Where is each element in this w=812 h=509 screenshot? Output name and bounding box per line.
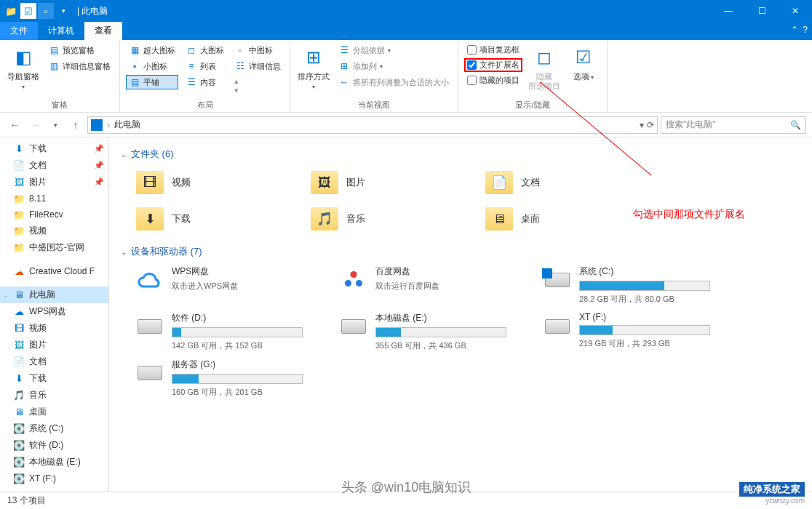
recent-button[interactable]: ▾	[47, 116, 64, 134]
drive-bar	[579, 281, 710, 291]
tab-view[interactable]: 查看	[84, 22, 122, 40]
view-content[interactable]: ☰内容	[183, 75, 227, 89]
folder-icon: 🎵	[310, 204, 339, 233]
watermark-logo: 纯净系统之家 ycwnzy.com	[739, 482, 805, 505]
sidebar-item[interactable]: ⌄🖥此电脑	[0, 286, 108, 303]
sidebar-item[interactable]: 📄文档	[0, 353, 108, 370]
folder-item[interactable]: 🖥桌面	[485, 204, 630, 233]
view-small[interactable]: ▪小图标	[126, 59, 178, 73]
folder-item[interactable]: 🎵音乐	[310, 204, 455, 233]
folders-header[interactable]: ⌄ 文件夹 (6)	[121, 148, 800, 161]
drive-name: 服务器 (G:)	[172, 358, 310, 371]
sidebar-item[interactable]: 🖼图片	[0, 337, 108, 353]
drive-item[interactable]: 软件 (D:)142 GB 可用，共 152 GB	[135, 312, 310, 351]
sidebar-item[interactable]: 🎵音乐	[0, 387, 108, 404]
drives-header[interactable]: ⌄ 设备和驱动器 (7)	[121, 245, 800, 258]
minimize-button[interactable]: —	[712, 0, 745, 22]
view-list[interactable]: ≡列表	[183, 59, 227, 73]
cloud-drive-item[interactable]: 百度网盘双击运行百度网盘	[339, 265, 514, 305]
nav-pane-icon: ◧	[12, 46, 35, 69]
folder-item[interactable]: 🖼图片	[310, 168, 455, 197]
qat-new-icon[interactable]: ▫	[38, 3, 54, 19]
view-more[interactable]: ▴▾	[231, 75, 284, 97]
ribbon-collapse-icon[interactable]: ⌃	[791, 25, 798, 35]
tab-computer[interactable]: 计算机	[38, 22, 84, 40]
group-by-button[interactable]: ☰分组依据 ▾	[335, 43, 452, 57]
close-button[interactable]: ✕	[779, 0, 812, 22]
sidebar-item-label: Creative Cloud F	[29, 266, 95, 276]
sidebar-item-icon: 🖼	[13, 340, 25, 351]
sidebar-item[interactable]: ☁WPS网盘	[0, 303, 108, 320]
refresh-icon[interactable]: ⟳	[647, 120, 654, 130]
qat-dropdown-icon[interactable]: ▾	[55, 3, 71, 19]
hide-selected-button[interactable]: ◻ 隐藏 所选项目	[527, 43, 562, 94]
chk-item-boxes[interactable]: 项目复选框	[464, 43, 522, 57]
drive-item[interactable]: 本地磁盘 (E:)355 GB 可用，共 436 GB	[339, 312, 514, 351]
back-button[interactable]: ←	[6, 116, 23, 134]
search-input[interactable]: 搜索"此电脑" 🔍	[661, 116, 806, 134]
view-large[interactable]: ◻大图标	[183, 43, 227, 57]
drive-item[interactable]: XT (F:)219 GB 可用，共 293 GB	[543, 312, 717, 351]
view-tiles[interactable]: ▤平铺	[126, 75, 178, 89]
sidebar-item-icon: 📁	[13, 225, 25, 237]
chk-hidden-items[interactable]: 隐藏的项目	[464, 73, 522, 87]
sidebar-item[interactable]: ⬇下载📌	[0, 140, 108, 157]
breadcrumb[interactable]: 此电脑	[114, 119, 140, 131]
sidebar-item[interactable]: 📁中盛国芯-官网	[0, 239, 108, 256]
sidebar-item[interactable]: 🎞视频	[0, 320, 108, 337]
drive-item[interactable]: 系统 (C:)28.2 GB 可用，共 80.0 GB	[543, 265, 717, 305]
cloud-drive-item[interactable]: WPS网盘双击进入WPS网盘	[135, 265, 310, 305]
main-content: ⌄ 文件夹 (6) 🎞视频🖼图片📄文档⬇下载🎵音乐🖥桌面 ⌄ 设备和驱动器 (7…	[109, 137, 812, 492]
qat-properties-icon[interactable]: ☑	[20, 3, 36, 19]
drive-name: 系统 (C:)	[579, 265, 717, 278]
sidebar-item-label: 图片	[29, 339, 47, 351]
up-button[interactable]: ↑	[67, 116, 84, 134]
options-button[interactable]: ☑ 选项 ▾	[566, 43, 601, 84]
folder-item[interactable]: 📄文档	[485, 168, 630, 197]
nav-pane-button[interactable]: ◧ 导航窗格 ▾	[6, 43, 41, 94]
sidebar-item[interactable]: 💽系统 (C:)	[0, 420, 108, 437]
sidebar-item-label: 文档	[29, 356, 47, 368]
sidebar-item-icon: 📁	[13, 209, 25, 220]
sidebar-item[interactable]: 🖥桌面	[0, 404, 108, 420]
window-title: 此电脑	[81, 6, 108, 16]
sidebar-item[interactable]: ⬇下载	[0, 370, 108, 387]
view-medium[interactable]: ▫中图标	[231, 43, 284, 57]
nav-sidebar[interactable]: ⬇下载📌📄文档📌🖼图片📌📁8.11📁FileRecv📁视频📁中盛国芯-官网☁Cr…	[0, 137, 109, 492]
drive-name: 软件 (D:)	[172, 312, 310, 324]
qat-explorer-icon[interactable]: 📁	[3, 3, 19, 19]
search-icon[interactable]: 🔍	[790, 120, 801, 130]
sidebar-item[interactable]: 💽本地磁盘 (E:)	[0, 454, 108, 470]
folder-item[interactable]: 🎞视频	[135, 168, 281, 197]
sidebar-item[interactable]: 🖼图片📌	[0, 174, 108, 191]
chk-file-extensions[interactable]: 文件扩展名	[464, 58, 522, 72]
sidebar-item[interactable]: 💽XT (F:)	[0, 470, 108, 486]
sidebar-item[interactable]: ☁Creative Cloud F	[0, 263, 108, 279]
sidebar-item[interactable]: 📁视频	[0, 223, 108, 239]
sidebar-item-icon: 📄	[13, 160, 25, 172]
preview-pane-button[interactable]: ▤预览窗格	[45, 43, 114, 57]
forward-button[interactable]: →	[26, 116, 44, 134]
tab-file[interactable]: 文件	[0, 22, 38, 40]
sidebar-item-label: 下载	[29, 143, 47, 155]
address-bar: ← → ▾ ↑ › 此电脑 ▾ ⟳ 搜索"此电脑" 🔍	[0, 113, 812, 137]
status-text: 13 个项目	[7, 494, 46, 507]
folder-item[interactable]: ⬇下载	[135, 204, 281, 233]
sidebar-item[interactable]: 📁8.11	[0, 191, 108, 207]
drive-free: 355 GB 可用，共 436 GB	[375, 340, 514, 351]
maximize-button[interactable]: ☐	[745, 0, 779, 22]
sidebar-item[interactable]: 📄文档📌	[0, 157, 108, 174]
view-xlarge[interactable]: ▦超大图标	[126, 43, 178, 57]
drive-item[interactable]: 服务器 (G:)160 GB 可用，共 201 GB	[135, 358, 310, 398]
details-pane-button[interactable]: ▥详细信息窗格	[45, 59, 114, 73]
folder-icon: 🖥	[485, 204, 514, 233]
address-dropdown-icon[interactable]: ▾	[640, 120, 644, 130]
sidebar-item[interactable]: 💽软件 (D:)	[0, 437, 108, 454]
sidebar-item[interactable]: 📁FileRecv	[0, 207, 108, 223]
address-box[interactable]: › 此电脑 ▾ ⟳	[87, 116, 658, 134]
drive-name: XT (F:)	[579, 312, 717, 322]
help-icon[interactable]: ?	[803, 25, 808, 35]
ribbon: ◧ 导航窗格 ▾ ▤预览窗格 ▥详细信息窗格 窗格 ▦超大图标 ▪小图标 ▤平铺…	[0, 40, 812, 113]
sort-button[interactable]: ⊞ 排序方式 ▾	[296, 43, 331, 94]
view-details[interactable]: ☷详细信息	[231, 59, 284, 73]
